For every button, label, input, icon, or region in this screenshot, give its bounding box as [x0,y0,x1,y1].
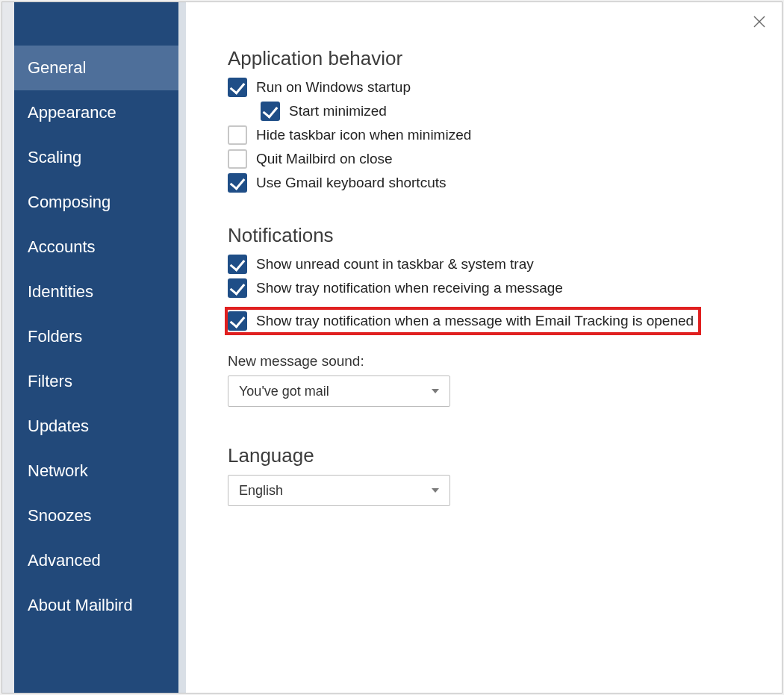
option-label: Show tray notification when a message wi… [256,313,694,329]
option-run-on-startup: Run on Windows startup [228,78,740,97]
new-message-sound-label: New message sound: [228,353,740,370]
section-application-behavior: Application behavior Run on Windows star… [228,47,740,193]
sidebar-item-label: Accounts [28,237,96,256]
sidebar-item-about[interactable]: About Mailbird [14,583,178,628]
checkbox-show-unread-count[interactable] [228,255,247,274]
select-value: You've got mail [239,384,329,399]
sidebar-item-label: About Mailbird [28,596,133,614]
settings-window: General Appearance Scaling Composing Acc… [1,1,783,694]
sidebar-item-label: Filters [28,372,72,390]
sidebar-item-appearance[interactable]: Appearance [14,90,178,135]
checkbox-tray-on-receive[interactable] [228,278,247,298]
sidebar-item-label: Folders [28,327,82,346]
section-title: Language [228,444,740,467]
content-pane: Application behavior Run on Windows star… [186,2,782,693]
section-title: Application behavior [228,47,740,70]
sidebar-item-label: Snoozes [28,506,92,525]
close-button[interactable] [749,11,770,32]
option-label: Quit Mailbird on close [256,151,393,167]
sidebar-item-label: Appearance [28,103,116,122]
checkbox-hide-taskbar-icon[interactable] [228,125,247,145]
sidebar-item-label: Composing [28,193,111,211]
sidebar-item-label: Scaling [28,148,81,166]
checkbox-run-on-startup[interactable] [228,78,247,97]
sidebar-item-composing[interactable]: Composing [14,180,178,225]
sidebar-item-filters[interactable]: Filters [14,359,178,404]
option-tray-on-receive: Show tray notification when receiving a … [228,278,740,298]
sidebar-item-network[interactable]: Network [14,449,178,493]
sidebar-item-general[interactable]: General [14,46,178,90]
new-message-sound-select[interactable]: You've got mail [228,375,450,407]
option-label: Start minimized [289,103,387,119]
checkbox-gmail-shortcuts[interactable] [228,173,247,193]
caret-down-icon [432,389,439,393]
option-label: Use Gmail keyboard shortcuts [256,175,447,191]
language-select[interactable]: English [228,475,450,506]
sidebar-item-label: Updates [28,417,89,435]
option-quit-on-close: Quit Mailbird on close [228,149,740,169]
checkbox-tray-on-tracking-open[interactable] [228,311,247,331]
caret-down-icon [432,488,439,493]
sidebar: General Appearance Scaling Composing Acc… [14,2,186,693]
option-start-minimized: Start minimized [261,102,740,121]
sidebar-item-identities[interactable]: Identities [14,269,178,314]
option-hide-taskbar-icon: Hide taskbar icon when minimized [228,125,740,145]
option-show-unread-count: Show unread count in taskbar & system tr… [228,255,740,274]
sidebar-item-updates[interactable]: Updates [14,404,178,449]
close-icon [749,16,770,28]
sidebar-item-scaling[interactable]: Scaling [14,135,178,180]
checkbox-start-minimized[interactable] [261,102,280,121]
sidebar-item-advanced[interactable]: Advanced [14,538,178,583]
sidebar-item-label: Network [28,461,88,480]
sidebar-item-label: General [28,58,86,77]
section-title: Notifications [228,224,740,247]
option-label: Run on Windows startup [256,79,411,96]
sidebar-item-accounts[interactable]: Accounts [14,225,178,269]
option-label: Show tray notification when receiving a … [256,280,563,296]
option-tray-on-tracking-open: Show tray notification when a message wi… [225,307,701,335]
sidebar-item-folders[interactable]: Folders [14,314,178,359]
section-language: Language English [228,444,740,506]
option-label: Hide taskbar icon when minimized [256,127,471,143]
sidebar-item-label: Advanced [28,551,101,570]
option-gmail-shortcuts: Use Gmail keyboard shortcuts [228,173,740,193]
sidebar-item-label: Identities [28,282,93,301]
option-label: Show unread count in taskbar & system tr… [256,256,534,272]
select-value: English [239,483,283,499]
section-notifications: Notifications Show unread count in taskb… [228,224,740,407]
checkbox-quit-on-close[interactable] [228,149,247,169]
left-scroll-strip [2,2,14,693]
sidebar-item-snoozes[interactable]: Snoozes [14,493,178,538]
